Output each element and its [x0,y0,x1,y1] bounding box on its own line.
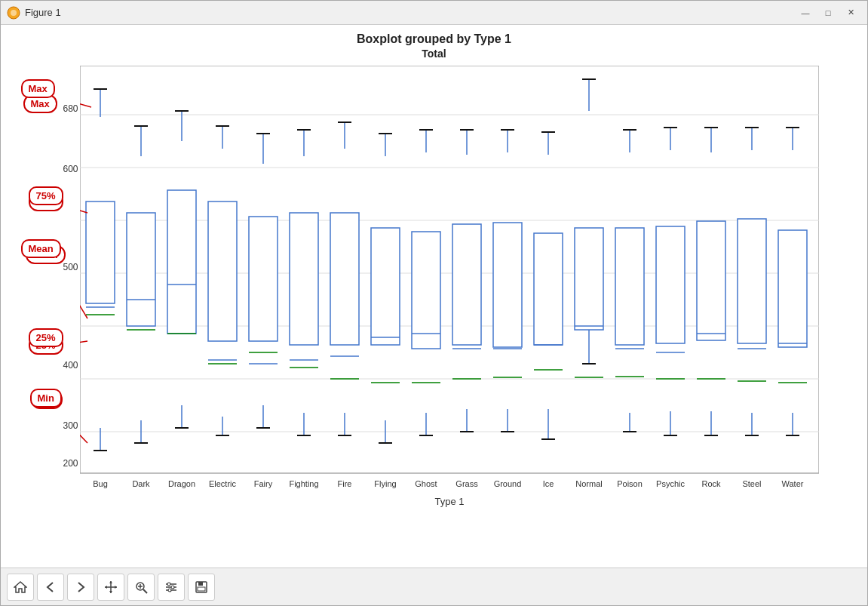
svg-marker-166 [14,582,26,592]
zoom-icon [134,580,148,594]
svg-rect-66 [371,228,400,345]
svg-text:Fighting: Fighting [289,479,318,488]
titlebar: Figure 1 — □ ✕ [1,1,867,25]
label-q25: 25% [29,328,63,347]
svg-text:Dark: Dark [132,479,150,488]
chart-subtitle: Total [422,48,446,60]
svg-text:Rock: Rock [701,479,721,488]
chart-title: Boxplot grouped by Type 1 [357,32,511,46]
label-max: Max [21,79,55,98]
pan-button[interactable] [97,574,124,601]
svg-text:Steel: Steel [742,479,761,488]
svg-point-1 [11,10,17,16]
svg-rect-136 [778,230,807,347]
svg-text:Poison: Poison [617,479,643,488]
chart-area: Boxplot grouped by Type 1 Total 680 600 … [1,25,867,568]
svg-text:Fairy: Fairy [253,479,272,488]
svg-rect-52 [290,213,318,345]
forward-button[interactable] [67,574,94,601]
home-icon [14,580,27,594]
svg-rect-184 [198,582,203,586]
svg-text:Ghost: Ghost [415,479,437,488]
svg-text:Electric: Electric [208,479,236,488]
toolbar [1,568,867,605]
svg-point-182 [168,589,171,592]
svg-rect-87 [493,223,522,347]
zoom-button[interactable] [127,574,155,601]
svg-rect-122 [697,221,725,340]
settings-button[interactable] [158,574,185,601]
svg-text:Normal: Normal [575,479,602,488]
back-icon [44,580,57,594]
window-title: Figure 1 [25,7,61,18]
svg-rect-80 [452,224,481,345]
svg-text:Type 1: Type 1 [434,496,464,507]
label-q75: 75% [29,186,63,205]
svg-text:Dragon: Dragon [167,479,195,488]
minimize-button[interactable]: — [795,5,816,21]
svg-text:Flying: Flying [374,479,396,488]
svg-rect-94 [534,233,563,345]
app-icon [7,6,20,20]
svg-marker-172 [115,586,117,589]
svg-text:Grass: Grass [455,479,478,488]
svg-text:Psychic: Psychic [656,479,685,488]
svg-text:Ground: Ground [493,479,521,488]
svg-line-174 [143,589,147,593]
window-controls: — □ ✕ [795,5,861,21]
save-icon [195,580,208,594]
svg-rect-115 [656,226,685,343]
pan-icon [104,580,118,594]
svg-rect-59 [330,213,359,345]
svg-rect-185 [198,587,205,591]
svg-point-181 [171,586,174,589]
svg-rect-31 [167,190,196,334]
svg-text:Ice: Ice [542,479,554,488]
svg-rect-129 [738,219,766,343]
svg-text:Bug: Bug [93,479,108,488]
label-min: Min [30,389,62,408]
svg-marker-170 [109,591,112,593]
save-button[interactable] [188,574,215,601]
svg-marker-169 [109,581,112,583]
settings-icon [164,580,178,594]
label-mean: Mean [21,239,61,258]
svg-rect-45 [249,217,278,341]
forward-icon [74,580,87,594]
window: Figure 1 — □ ✕ Boxplot grouped by Type 1… [0,0,868,606]
svg-text:Water: Water [781,479,803,488]
close-button[interactable]: ✕ [840,5,861,21]
svg-rect-73 [412,232,440,349]
svg-marker-171 [105,586,107,589]
back-button[interactable] [37,574,64,601]
chart-svg: 600 400 200 [80,66,819,511]
svg-rect-17 [86,201,115,303]
maximize-button[interactable]: □ [817,5,839,21]
svg-point-180 [167,583,170,586]
svg-rect-101 [575,228,603,330]
svg-rect-24 [127,213,155,326]
home-button[interactable] [7,574,34,601]
svg-rect-108 [615,228,644,345]
svg-rect-38 [208,201,237,341]
svg-text:Fire: Fire [337,479,351,488]
chart-container: Max 75% Mean 25% Min [80,66,819,511]
